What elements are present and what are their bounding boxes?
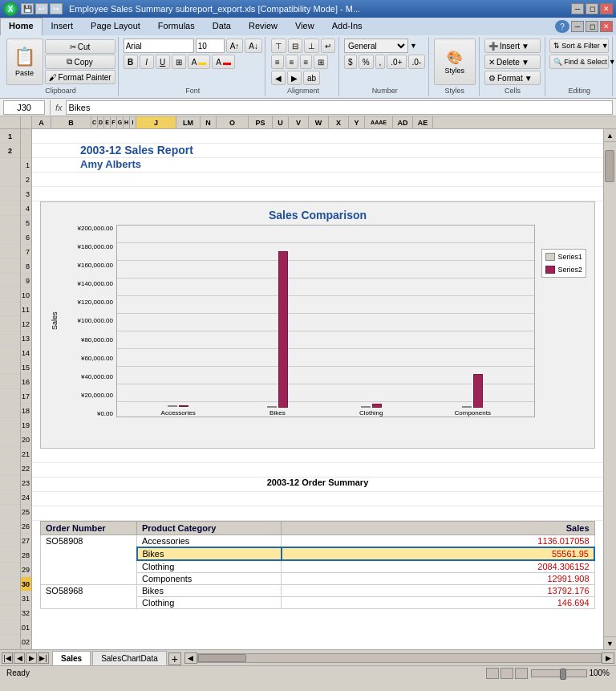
zoom-slider[interactable] [531,669,587,677]
font-size-input[interactable] [196,39,225,53]
normal-view-btn[interactable] [486,668,499,679]
col-header-n[interactable]: N [201,116,217,128]
col-header-ps[interactable]: PS [249,116,273,128]
row-num-15[interactable]: 15 [21,360,31,375]
horizontal-scrollbar[interactable]: ◀ ▶ [183,650,616,665]
save-icon[interactable]: 💾 [21,3,34,14]
paste-button[interactable]: 📋 Paste [6,39,43,85]
row-num-27[interactable]: 27 [21,534,31,548]
col-header-x[interactable]: X [329,116,349,128]
tab-data[interactable]: Data [204,18,240,35]
tab-formulas[interactable]: Formulas [149,18,204,35]
tab-view[interactable]: View [286,18,323,35]
col-header-w[interactable]: W [309,116,329,128]
row-num-3[interactable]: 3 [21,187,31,201]
scroll-thumb[interactable] [605,150,614,182]
cell-content-area[interactable]: 2003-12 Sales Report Amy Alberts Sales C… [32,129,603,649]
row-num-28[interactable]: 28 [21,548,31,563]
row-num-20[interactable]: 20 [21,433,31,447]
indent-inc-btn[interactable]: ▶ [287,71,302,85]
row-num-21[interactable]: 21 [21,447,31,461]
font-name-input[interactable] [124,39,194,53]
border-button[interactable]: ⊞ [172,55,186,69]
sheet-nav-next[interactable]: ▶ [26,652,37,664]
row-num-23[interactable]: 23 [21,476,31,490]
close-btn[interactable]: ✕ [600,3,613,14]
align-top-btn[interactable]: ⊤ [271,39,286,53]
align-center-btn[interactable]: ≡ [286,55,298,69]
scroll-up-btn[interactable]: ▲ [604,129,616,142]
decrease-font-btn[interactable]: A↓ [245,39,262,53]
merge-btn[interactable]: ⊞ [314,55,328,69]
row-num-7[interactable]: 7 [21,245,31,259]
level-1-btn[interactable]: 1 [0,129,20,144]
align-right-btn[interactable]: ≡ [300,55,313,69]
scroll-down-btn[interactable]: ▼ [604,636,616,649]
sheet-nav-last[interactable]: ▶| [38,652,49,664]
row-num-32[interactable]: 32 [21,606,31,620]
wrap-text-btn[interactable]: ↵ [321,39,335,53]
col-header-u[interactable]: U [273,116,289,128]
row-num-18[interactable]: 18 [21,404,31,418]
row-num-17[interactable]: 17 [21,389,31,404]
row-num-19[interactable]: 19 [21,418,31,433]
tab-add-ins[interactable]: Add-Ins [323,18,371,35]
row-num-13[interactable]: 13 [21,331,31,346]
col-header-b[interactable]: B [51,116,91,128]
cut-button[interactable]: ✂ Cut [45,39,116,54]
copy-button[interactable]: ⧉ Copy [45,55,116,69]
row-num-1[interactable]: 1 [21,158,31,173]
row-num-4[interactable]: 4 [21,201,31,216]
row-num-22[interactable]: 22 [21,461,31,476]
table-row[interactable]: SO58968 Bikes 13792.176 [41,585,595,597]
add-sheet-btn[interactable]: + [168,652,181,665]
zoom-slider-thumb[interactable] [560,669,566,680]
scroll-right-btn[interactable]: ▶ [602,652,614,664]
increase-font-btn[interactable]: A↑ [226,39,244,53]
col-header-j[interactable]: J [136,116,176,128]
format-button[interactable]: ⚙ Format ▼ [484,71,541,85]
decimal-dec-btn[interactable]: .0- [408,55,426,69]
fill-color-button[interactable]: A▬ [188,55,211,69]
table-row[interactable]: SO58908 Accessories 1136.017058 [41,535,595,548]
number-format-arrow[interactable]: ▼ [410,42,417,50]
col-header-y[interactable]: Y [349,116,365,128]
tab-review[interactable]: Review [240,18,286,35]
row-num-26[interactable]: 26 [21,519,31,534]
col-header-lm[interactable]: LM [176,116,201,128]
decimal-inc-btn[interactable]: .0+ [387,55,406,69]
ribbon-minimize-btn[interactable]: ─ [571,21,584,32]
row-num-16[interactable]: 16 [21,375,31,389]
styles-button[interactable]: 🎨 Styles [434,39,476,85]
row-num-24[interactable]: 24 [21,490,31,505]
level-2-btn[interactable]: 2 [0,144,20,158]
insert-button[interactable]: ➕ Insert ▼ [484,39,541,53]
row-num-5[interactable]: 5 [21,216,31,230]
row-num-30[interactable]: 30 [21,577,31,591]
page-break-view-btn[interactable] [515,668,528,679]
row-num-8[interactable]: 8 [21,259,31,274]
tab-home[interactable]: Home [0,18,43,35]
row-num-10[interactable]: 10 [21,288,31,303]
row-num-6[interactable]: 6 [21,230,31,245]
col-header-a[interactable]: A [32,116,51,128]
scroll-left-btn[interactable]: ◀ [184,652,197,664]
indent-dec-btn[interactable]: ◀ [271,71,286,85]
sort-filter-button[interactable]: ⇅ Sort & Filter ▼ [549,39,609,53]
row-num-102[interactable]: 102 [21,635,31,649]
minimize-btn[interactable]: ─ [571,3,584,14]
redo-icon[interactable]: ↪ [50,3,63,14]
h-scroll-thumb[interactable] [198,654,246,662]
align-bottom-btn[interactable]: ⊥ [304,39,319,53]
undo-icon[interactable]: ↩ [35,3,48,14]
col-header-v[interactable]: V [289,116,309,128]
orientation-btn[interactable]: ab [303,71,320,85]
align-left-btn[interactable]: ≡ [271,55,284,69]
row-num-9[interactable]: 9 [21,274,31,288]
tab-page-layout[interactable]: Page Layout [82,18,149,35]
sheet-tab-sales[interactable]: Sales [52,651,91,665]
row-num-14[interactable]: 14 [21,346,31,360]
col-header-d[interactable]: D [98,116,104,128]
col-header-ad[interactable]: AD [393,116,413,128]
delete-button[interactable]: ✕ Delete ▼ [484,55,541,69]
